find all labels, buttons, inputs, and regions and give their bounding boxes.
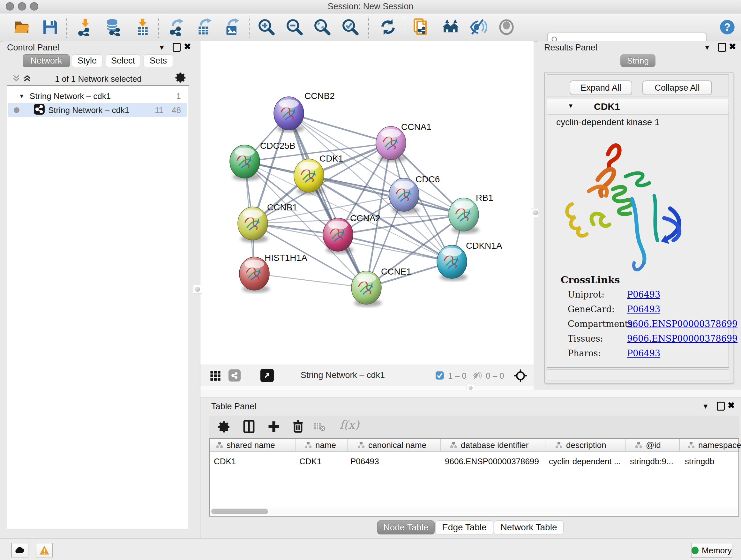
export-image-icon[interactable] — [222, 17, 242, 37]
network-node-count: 11 — [155, 105, 163, 115]
tab-edge-table[interactable]: Edge Table — [435, 520, 493, 535]
zoom-fit-icon[interactable] — [313, 17, 332, 37]
crosslink-link[interactable]: P06493 — [627, 290, 660, 300]
export-network-icon[interactable] — [167, 17, 187, 37]
crosslink-link[interactable]: P06493 — [627, 304, 660, 314]
network-canvas[interactable]: CCNB2CCNA1CDC25BCDK1CDC6RB1CCNB1CCNA2CDK… — [200, 41, 534, 365]
network-row[interactable]: String Network – cdk1 11 48 — [8, 103, 187, 117]
export-table-icon[interactable] — [194, 17, 214, 37]
table-panel-float-icon[interactable] — [717, 401, 725, 411]
column-header[interactable]: description — [555, 440, 606, 450]
string-home-icon[interactable] — [441, 17, 461, 37]
left-splitter-handle[interactable] — [193, 285, 202, 294]
control-panel-menu-icon[interactable]: ▼ — [158, 44, 165, 52]
table-cell[interactable]: CDK1 — [214, 456, 236, 466]
column-header[interactable]: @id — [635, 440, 661, 450]
node-CDC6[interactable]: CDC6 — [389, 174, 440, 214]
crosslink-link[interactable]: P06493 — [627, 348, 660, 358]
zoom-in-icon[interactable] — [257, 17, 276, 37]
results-panel-close-icon[interactable]: ✖ — [729, 42, 736, 52]
tab-network-table[interactable]: Network Table — [494, 520, 563, 535]
control-panel-float-icon[interactable] — [173, 43, 181, 52]
tab-sets[interactable]: Sets — [144, 54, 173, 67]
string-panel-toggle-icon[interactable] — [228, 369, 241, 381]
expand-all-button[interactable]: Expand All — [569, 80, 632, 95]
table-panel-menu-icon[interactable]: ▼ — [702, 402, 709, 411]
fit-selected-crosshair-icon[interactable] — [514, 369, 527, 384]
help-icon[interactable]: ? — [718, 17, 737, 37]
column-header[interactable]: namespace — [687, 440, 741, 450]
table-cell[interactable]: 9606.ENSP00000378699 — [445, 456, 539, 466]
table-panel-close-icon[interactable]: ✖ — [728, 400, 735, 411]
collection-expand-icon[interactable]: ▼ — [19, 93, 24, 100]
warning-button[interactable] — [36, 543, 53, 557]
node-CDK1[interactable]: CDK1 — [294, 153, 343, 195]
gene-section-header[interactable]: ▼ CDK1 — [547, 99, 729, 115]
expand-all-networks-icon[interactable] — [22, 73, 32, 84]
network-edge[interactable] — [338, 235, 452, 262]
node-CCNB2[interactable]: CCNB2 — [274, 91, 335, 132]
tab-style[interactable]: Style — [72, 54, 103, 67]
collapse-all-networks-icon[interactable] — [11, 73, 21, 84]
open-session-icon[interactable] — [12, 17, 31, 37]
scrollbar-thumb[interactable] — [211, 509, 268, 514]
memory-button[interactable]: Memory — [691, 543, 732, 558]
network-edge[interactable] — [254, 273, 366, 288]
import-table-icon[interactable] — [133, 17, 152, 37]
table-cell[interactable]: stringdb — [685, 456, 715, 466]
horizontal-scrollbar[interactable] — [211, 508, 738, 515]
crosslink-link[interactable]: 9606.ENSP00000378699 — [627, 334, 738, 344]
gene-collapse-icon[interactable]: ▼ — [568, 103, 574, 110]
node-CCNA2[interactable]: CCNA2 — [323, 213, 381, 254]
save-session-icon[interactable] — [40, 17, 60, 37]
create-column-plus-icon[interactable] — [267, 420, 281, 435]
node-CCNB1[interactable]: CCNB1 — [238, 202, 297, 243]
column-header[interactable]: canonical name — [357, 440, 426, 450]
table-cell[interactable]: cyclin-dependent ... — [549, 456, 621, 466]
cloud-automation-button[interactable] — [11, 543, 28, 557]
crosslink-link[interactable]: 9606.ENSP00000378699 — [627, 319, 738, 329]
node-CDKN1A[interactable]: CDKN1A — [437, 241, 502, 281]
node-label: CDKN1A — [466, 241, 502, 251]
network-options-gear-icon[interactable] — [175, 71, 187, 85]
node-CCNE1[interactable]: CCNE1 — [351, 266, 411, 307]
string-document-icon[interactable] — [411, 17, 431, 37]
tab-node-table[interactable]: Node Table — [377, 520, 434, 535]
table-cell[interactable]: CDK1 — [299, 456, 321, 466]
column-header[interactable]: shared name — [216, 440, 275, 450]
column-type-icon — [450, 442, 458, 448]
zoom-out-icon[interactable] — [285, 17, 305, 37]
results-panel-float-icon[interactable] — [718, 43, 726, 52]
tab-network[interactable]: Network — [23, 54, 70, 67]
birds-eye-grid-icon[interactable] — [210, 370, 221, 382]
node-label: CDK1 — [320, 153, 343, 164]
delete-column-trash-icon[interactable] — [291, 420, 305, 435]
node-HIST1H1A[interactable]: HIST1H1A — [239, 253, 307, 293]
import-network-database-icon[interactable] — [104, 17, 123, 37]
tab-string[interactable]: String — [620, 54, 656, 67]
network-edge[interactable] — [289, 113, 391, 143]
selected-checkbox-icon[interactable] — [435, 371, 444, 381]
table-settings-gear-icon[interactable] — [218, 420, 231, 435]
column-header[interactable]: database identifier — [450, 440, 529, 450]
detach-view-icon[interactable] — [260, 369, 274, 382]
network-collection-row[interactable]: ▼ String Network – cdk1 1 — [8, 89, 187, 103]
column-header[interactable]: name — [305, 440, 336, 450]
collapse-all-button[interactable]: Collapse All — [643, 80, 712, 95]
table-cell[interactable]: P06493 — [350, 456, 379, 466]
zoom-selected-icon[interactable] — [340, 17, 360, 37]
show-glass-effect-icon[interactable] — [496, 17, 516, 37]
table-cell[interactable]: stringdb:9... — [630, 456, 673, 466]
hide-glass-effect-icon[interactable] — [468, 17, 488, 37]
node-CCNA1[interactable]: CCNA1 — [376, 122, 431, 162]
refresh-icon[interactable] — [378, 17, 398, 37]
network-graph[interactable]: CCNB2CCNA1CDC25BCDK1CDC6RB1CCNB1CCNA2CDK… — [200, 41, 534, 365]
node-RB1[interactable]: RB1 — [449, 193, 493, 234]
node-table[interactable]: shared namenamecanonical namedatabase id… — [209, 438, 739, 516]
tab-select[interactable]: Select — [106, 54, 140, 67]
import-network-file-icon[interactable] — [75, 17, 95, 37]
table-panel-splitter[interactable] — [200, 390, 741, 398]
results-panel-menu-icon[interactable]: ▼ — [704, 44, 711, 52]
control-panel-close-icon[interactable]: ✖ — [184, 42, 191, 52]
show-columns-icon[interactable] — [242, 420, 256, 435]
